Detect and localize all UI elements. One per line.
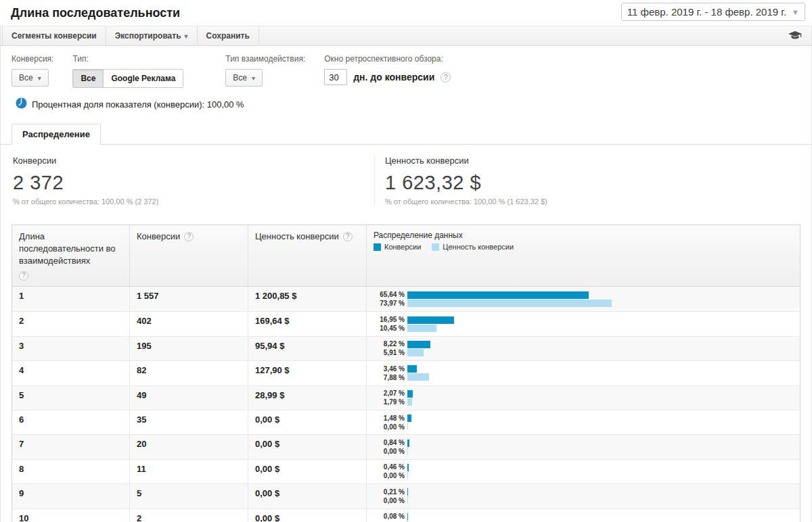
cell-conversion-value: 0,00 $ — [248, 509, 366, 522]
header-conversion-value: Ценность конверсии ? — [248, 225, 366, 286]
cell-conversion-value: 95,94 $ — [248, 337, 366, 360]
chevron-down-icon: ▼ — [792, 8, 799, 16]
export-button[interactable]: Экспортировать ▾ — [106, 26, 198, 45]
cell-conversions: 11 — [129, 460, 248, 483]
help-icon[interactable]: ? — [19, 271, 28, 281]
filter-panel: Конверсия: Все ▾ Тип: Все Google Реклама… — [1, 46, 811, 117]
cell-conversions: 5 — [129, 484, 248, 508]
conversions-bar — [407, 365, 417, 373]
metric-conversions-value: 2 372 — [13, 172, 374, 194]
date-range-text: 11 февр. 2019 г. - 18 февр. 2019 г. — [627, 6, 786, 18]
conversions-percent: 0,46 % — [369, 462, 405, 471]
conversion-segments-button[interactable]: Сегменты конверсии — [2, 26, 106, 45]
cell-path-length: 9 — [12, 484, 129, 508]
conversions-percent: 16,95 % — [369, 315, 405, 324]
help-icon[interactable]: ? — [184, 232, 194, 241]
tab-distribution[interactable]: Распределение — [12, 124, 101, 145]
toolbar-spacer — [259, 26, 779, 45]
conversions-bar — [407, 464, 409, 471]
cell-conversion-value: 0,00 $ — [248, 460, 366, 483]
conversions-percent: 2,07 % — [369, 389, 405, 398]
bar-percent-labels: 1,48 % 0,00 % — [369, 414, 405, 431]
conversions-percent: 1,48 % — [369, 414, 405, 423]
metric-conversions-label: Конверсии — [13, 156, 374, 166]
value-bar — [407, 300, 612, 307]
metric-conversions-subtext: % от общего количества: 100,00 % (2 372) — [13, 197, 374, 206]
table-row: 9 5 0,00 $ 0,21 % 0,00 % — [12, 483, 800, 508]
conversions-percent: 65,64 % — [369, 290, 405, 299]
legend-value: Ценность конверсии — [432, 243, 514, 251]
conversion-dropdown[interactable]: Все ▾ — [12, 69, 49, 87]
value-bar — [407, 349, 424, 356]
value-percent: 7,88 % — [369, 373, 405, 382]
bar-percent-labels: 0,21 % 0,00 % — [369, 488, 405, 505]
interaction-dropdown-value: Все — [233, 73, 247, 82]
chevron-down-icon: ▾ — [185, 32, 188, 40]
export-label: Экспортировать — [115, 31, 181, 41]
cell-path-length: 3 — [12, 337, 129, 360]
table-body: 1 1 557 1 200,85 $ 65,64 % 73,97 % 2 402… — [12, 287, 800, 522]
cell-path-length: 2 — [12, 312, 129, 335]
value-bar — [407, 325, 436, 332]
sampling-row: Процентная доля показателя (конверсии): … — [16, 97, 800, 112]
cell-conversion-value: 169,64 $ — [248, 312, 366, 335]
conversions-bar — [407, 488, 408, 496]
bar-pair — [407, 414, 411, 430]
summary-panel: Конверсии 2 372 % от общего количества: … — [1, 145, 811, 220]
table-row: 7 20 0,00 $ 0,84 % 0,00 % — [12, 434, 800, 458]
bar-percent-labels: 0,08 % 0,00 % — [369, 512, 405, 522]
metric-conversion-value-value: 1 623,32 $ — [385, 172, 811, 194]
conversions-percent: 0,84 % — [369, 438, 405, 447]
legend-value-swatch — [432, 243, 439, 251]
cell-distribution: 65,64 % 73,97 % — [366, 287, 800, 311]
table-row: 4 82 127,90 $ 3,46 % 7,88 % — [12, 360, 800, 385]
chevron-down-icon: ▾ — [38, 74, 41, 82]
conversions-percent: 0,21 % — [369, 488, 405, 496]
help-icon[interactable]: ? — [441, 72, 451, 82]
interaction-dropdown[interactable]: Все ▾ — [225, 69, 263, 87]
table-row: 5 49 28,99 $ 2,07 % 1,79 % — [12, 385, 800, 410]
tab-strip: Распределение — [1, 124, 811, 145]
save-button[interactable]: Сохранить — [198, 26, 259, 45]
cell-conversion-value: 28,99 $ — [248, 386, 366, 410]
filter-interaction: Тип взаимодействия: Все ▾ — [225, 54, 305, 87]
cell-path-length: 4 — [12, 361, 129, 385]
value-percent: 5,91 % — [369, 348, 405, 357]
cell-distribution: 2,07 % 1,79 % — [366, 386, 800, 410]
cell-conversions: 20 — [129, 435, 248, 458]
type-toggle-all[interactable]: Все — [73, 70, 103, 87]
bar-percent-labels: 0,84 % 0,00 % — [369, 438, 405, 456]
conversions-bar — [407, 513, 408, 521]
conversion-segments-label: Сегменты конверсии — [12, 31, 97, 41]
bar-percent-labels: 8,22 % 5,91 % — [369, 339, 405, 357]
bar-percent-labels: 0,46 % 0,00 % — [369, 462, 405, 480]
value-percent: 73,97 % — [369, 299, 405, 308]
bar-percent-labels: 16,95 % 10,45 % — [369, 315, 405, 333]
legend-value-label: Ценность конверсии — [443, 243, 514, 251]
bar-pair — [407, 390, 413, 406]
conversions-bar — [407, 440, 409, 447]
filter-lookback-label: Окно ретроспективного обзора: — [324, 54, 451, 64]
education-cap-icon[interactable] — [779, 26, 811, 45]
cell-path-length: 10 — [12, 509, 129, 522]
cell-conversion-value: 0,00 $ — [248, 435, 366, 458]
bar-pair — [407, 316, 454, 332]
value-percent: 10,45 % — [369, 324, 405, 333]
conversions-bar — [407, 341, 430, 348]
bar-pair — [407, 341, 430, 356]
date-range-selector[interactable]: 11 февр. 2019 г. - 18 февр. 2019 г. ▼ — [621, 3, 805, 21]
lookback-days-input[interactable] — [324, 69, 347, 85]
cell-distribution: 1,48 % 0,00 % — [366, 410, 800, 434]
value-percent: 1,79 % — [369, 398, 405, 406]
metric-conversion-value-subtext: % от общего количества: 100,00 % (1 623,… — [385, 197, 811, 206]
value-percent: 0,00 % — [369, 423, 405, 431]
cell-path-length: 1 — [12, 287, 129, 311]
cell-distribution: 16,95 % 10,45 % — [366, 312, 800, 335]
help-icon[interactable]: ? — [343, 232, 353, 241]
legend-conversions: Конверсии — [374, 243, 421, 251]
header-dimension: Длина последовательности во взаимодейств… — [12, 225, 129, 286]
type-toggle-google-ads[interactable]: Google Реклама — [103, 70, 183, 87]
table-row: 10 2 0,00 $ 0,08 % 0,00 % — [12, 508, 800, 522]
filter-type-label: Тип: — [72, 54, 183, 64]
filter-type: Тип: Все Google Реклама — [72, 54, 183, 88]
